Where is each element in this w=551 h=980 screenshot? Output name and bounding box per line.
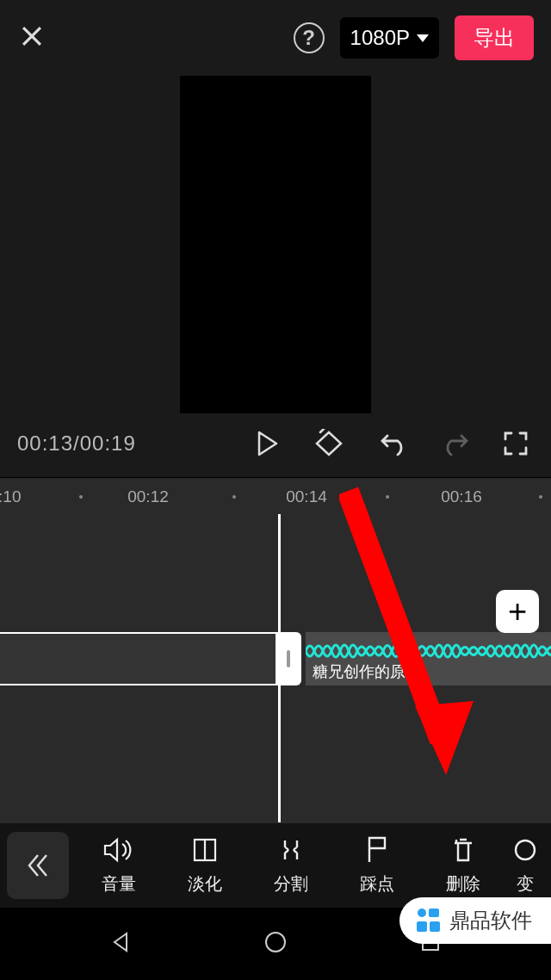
video-clip[interactable] bbox=[0, 632, 279, 685]
tool-split[interactable]: 分割 bbox=[248, 836, 334, 896]
undo-button[interactable] bbox=[379, 431, 408, 456]
svg-rect-7 bbox=[430, 921, 440, 932]
nav-home[interactable] bbox=[263, 930, 288, 958]
tool-fade[interactable]: 淡化 bbox=[162, 836, 248, 896]
chevron-down-icon bbox=[417, 34, 429, 42]
preview-frame bbox=[180, 76, 371, 413]
svg-point-4 bbox=[418, 909, 426, 917]
tool-volume[interactable]: 音量 bbox=[76, 836, 162, 896]
redo-button[interactable] bbox=[441, 431, 470, 456]
nav-back[interactable] bbox=[109, 931, 132, 957]
watermark-logo-icon bbox=[413, 906, 443, 935]
tool-delete[interactable]: 删除 bbox=[420, 836, 506, 896]
svg-rect-6 bbox=[417, 921, 427, 932]
timeline[interactable]: 0:10 00:12 00:14 00:16 + 糖兄创作的原声 bbox=[0, 477, 551, 830]
playhead[interactable] bbox=[278, 514, 281, 822]
svg-point-1 bbox=[516, 840, 535, 859]
fullscreen-button[interactable] bbox=[503, 431, 529, 456]
tool-beat[interactable]: 踩点 bbox=[334, 836, 420, 896]
svg-rect-5 bbox=[429, 909, 439, 917]
resolution-label: 1080P bbox=[350, 26, 410, 50]
time-ruler[interactable]: 0:10 00:12 00:14 00:16 bbox=[0, 478, 551, 516]
waveform-icon bbox=[306, 639, 551, 663]
toolbar-back-button[interactable] bbox=[7, 832, 69, 899]
resolution-select[interactable]: 1080P bbox=[340, 17, 439, 59]
keyframe-button[interactable] bbox=[312, 429, 346, 458]
close-button[interactable] bbox=[17, 22, 46, 54]
export-button[interactable]: 导出 bbox=[455, 16, 534, 60]
play-button[interactable] bbox=[257, 431, 279, 456]
timecode: 00:13/00:19 bbox=[17, 431, 257, 456]
tool-change[interactable]: 变 bbox=[506, 836, 544, 896]
add-clip-button[interactable]: + bbox=[496, 590, 539, 633]
video-preview[interactable] bbox=[0, 76, 551, 413]
svg-point-2 bbox=[266, 933, 285, 952]
watermark: 鼎品软件 bbox=[399, 897, 551, 944]
audio-clip[interactable]: 糖兄创作的原声 bbox=[306, 632, 551, 685]
help-icon[interactable]: ? bbox=[294, 22, 325, 53]
